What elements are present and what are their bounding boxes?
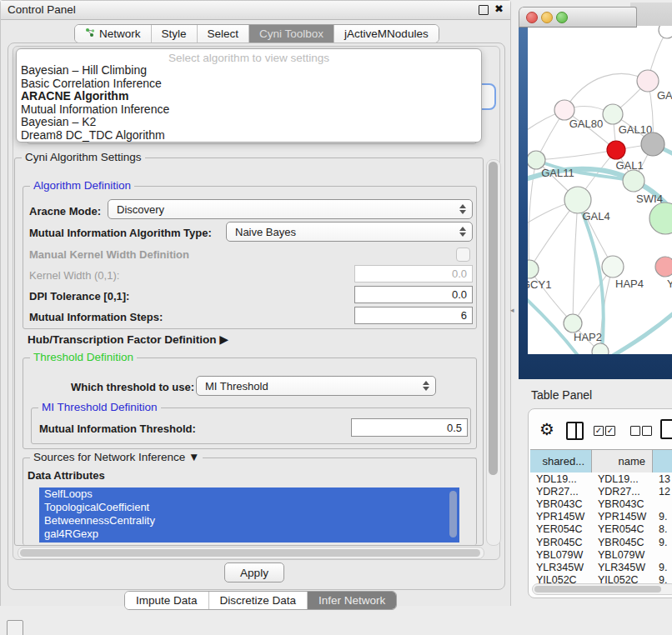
network-node[interactable] xyxy=(592,343,609,354)
attribute-item-selfloops[interactable]: SelfLoops xyxy=(39,488,459,501)
network-node-hap2[interactable] xyxy=(564,314,582,332)
table-cell: YDL19... xyxy=(592,473,653,485)
algorithm-option-aracne-algorithm[interactable]: ARACNE Algorithm xyxy=(17,90,481,103)
checked-checkbox-icon[interactable]: ✓ xyxy=(605,426,615,436)
checked-checkbox-icon[interactable]: ✓ xyxy=(594,426,604,436)
algorithm-dropdown-popup: Select algorithm to view settings Bayesi… xyxy=(16,48,482,142)
network-canvas[interactable]: GALGAL80GAL10GAL1GAL11GAL4SWI4GCY1HAP4YH… xyxy=(528,26,672,354)
split-pane-handle[interactable]: ◂ xyxy=(510,306,514,314)
zoom-traffic-light-icon[interactable] xyxy=(556,12,568,23)
network-icon xyxy=(85,28,95,40)
cyni-algorithm-settings-title: Cyni Algorithm Settings xyxy=(22,151,145,163)
table-row[interactable]: YDR27...YDR27...12 xyxy=(530,485,672,498)
manual-kernel-width-checkbox[interactable] xyxy=(456,248,470,262)
sources-title[interactable]: Sources for Network Inference ▼ xyxy=(30,451,203,463)
network-node-gal10[interactable] xyxy=(603,104,623,124)
network-node[interactable] xyxy=(607,141,625,159)
network-edge[interactable] xyxy=(536,150,616,160)
network-node-swi4[interactable] xyxy=(649,202,672,234)
unchecked-checkbox-icon[interactable] xyxy=(630,426,640,436)
tab-impute-data[interactable]: Impute Data xyxy=(125,592,209,609)
document-icon[interactable] xyxy=(660,419,672,439)
tab-select[interactable]: Select xyxy=(198,25,250,42)
combo-arrows-icon xyxy=(459,227,466,237)
aracne-mode-value: Discovery xyxy=(117,203,164,216)
settings-vertical-scrollbar[interactable] xyxy=(486,159,501,546)
kernel-width-field[interactable]: 0.0 xyxy=(354,265,473,282)
table-row[interactable]: YPR145WYPR145W9. xyxy=(530,511,672,523)
tab-jactivemnodules[interactable]: jActiveMNodules xyxy=(334,25,439,42)
unchecked-checkbox-icon[interactable] xyxy=(642,426,652,436)
which-threshold-combo[interactable]: MI Threshold xyxy=(196,376,436,396)
dpi-tolerance-field[interactable]: 0.0 xyxy=(354,286,473,303)
network-edge[interactable] xyxy=(529,269,573,323)
table-horizontal-scrollbar[interactable] xyxy=(532,583,672,595)
network-edge[interactable] xyxy=(564,73,648,110)
algorithm-option-basic-correlation-inference[interactable]: Basic Correlation Inference xyxy=(17,78,481,91)
column-header-name[interactable]: name xyxy=(592,450,653,472)
network-node[interactable] xyxy=(659,26,672,38)
list-scrollbar-thumb[interactable] xyxy=(449,491,457,538)
kernel-width-value: 0.0 xyxy=(452,268,467,280)
tab-discretize-data[interactable]: Discretize Data xyxy=(209,592,308,609)
attribute-item-topologicalcoefficient[interactable]: TopologicalCoefficient xyxy=(39,501,459,514)
which-threshold-value: MI Threshold xyxy=(205,380,268,392)
mi-steps-field[interactable]: 6 xyxy=(354,307,473,324)
tab-network[interactable]: Network xyxy=(75,25,152,42)
settings-vertical-scrollbar-thumb[interactable] xyxy=(489,162,498,475)
network-node-gal1[interactable] xyxy=(623,170,644,192)
threshold-definition-title: Threshold Definition xyxy=(30,351,137,363)
settings-horizontal-scrollbar[interactable] xyxy=(18,547,484,559)
table-horizontal-scrollbar-thumb[interactable] xyxy=(534,586,661,592)
minimize-traffic-light-icon[interactable] xyxy=(541,12,553,23)
apply-button[interactable]: Apply xyxy=(224,562,284,582)
attribute-item-betweennesscentrality[interactable]: BetweennessCentrality xyxy=(39,514,459,528)
algorithm-dropdown-items: Bayesian – Hill ClimbingBasic Correlatio… xyxy=(17,64,481,142)
mi-threshold-field[interactable]: 0.5 xyxy=(351,418,468,437)
tab-infer-network[interactable]: Infer Network xyxy=(308,592,396,609)
settings-horizontal-scrollbar-thumb[interactable] xyxy=(20,549,480,557)
tab-style[interactable]: Style xyxy=(152,25,198,42)
mi-algorithm-type-combo[interactable]: Naive Bayes xyxy=(226,222,473,242)
minimized-panel-icon[interactable] xyxy=(7,620,23,635)
screen: { "control_panel": { "title": "Control P… xyxy=(0,0,672,635)
table-panel-title: Table Panel xyxy=(531,388,592,402)
data-attributes-list[interactable]: SelfLoopsTopologicalCoefficientBetweenne… xyxy=(39,488,459,542)
network-graph: GALGAL80GAL10GAL1GAL11GAL4SWI4GCY1HAP4YH… xyxy=(528,26,672,354)
network-node-y[interactable] xyxy=(655,257,672,277)
algorithm-option-bayesian-k2[interactable]: Bayesian – K2 xyxy=(17,116,481,129)
table-row[interactable]: YDL19...YDL19...13 xyxy=(530,472,672,485)
algorithm-option-bayesian-hill-climbing[interactable]: Bayesian – Hill Climbing xyxy=(17,64,481,78)
node-label: Y xyxy=(667,278,672,290)
mi-threshold-definition-title: MI Threshold Definition xyxy=(38,401,161,413)
mi-steps-label: Mutual Information Steps: xyxy=(29,311,163,323)
column-header-shared[interactable]: shared... xyxy=(530,450,592,472)
column-header-3[interactable] xyxy=(653,450,672,472)
algorithm-option-mutual-information-inference[interactable]: Mutual Information Inference xyxy=(17,103,481,117)
aracne-mode-combo[interactable]: Discovery xyxy=(108,199,473,219)
columns-icon[interactable] xyxy=(566,422,584,440)
attribute-item-gal4rgexp[interactable]: gal4RGexp xyxy=(39,528,459,541)
gear-icon[interactable]: ⚙ xyxy=(539,421,554,438)
network-node-hap4[interactable] xyxy=(602,256,624,278)
tab-label: Network xyxy=(99,28,141,40)
network-window-titlebar[interactable] xyxy=(519,7,637,28)
network-node-gcy1[interactable] xyxy=(528,260,539,278)
table-row[interactable]: YBR045CYBR045C9. xyxy=(530,536,672,548)
network-edge[interactable] xyxy=(573,200,578,323)
table-row[interactable]: YBR043CYBR043C xyxy=(530,498,672,510)
network-node-gal[interactable] xyxy=(637,70,659,92)
network-edge-thick[interactable] xyxy=(604,306,672,354)
float-window-icon[interactable] xyxy=(479,5,489,15)
table-cell: YDL19... xyxy=(530,473,592,485)
tab-cyni-toolbox[interactable]: Cyni Toolbox xyxy=(249,25,334,42)
close-traffic-light-icon[interactable] xyxy=(526,12,538,23)
close-icon[interactable]: ✖ xyxy=(494,2,504,15)
hub-definition-toggle[interactable]: Hub/Transcription Factor Definition ▶ xyxy=(28,332,228,346)
algorithm-option-dream8-dc-tdc-algorithm[interactable]: Dream8 DC_TDC Algorithm xyxy=(17,129,481,142)
table-row[interactable]: YLR345WYLR345W9. xyxy=(530,561,672,573)
dpi-tolerance-value: 0.0 xyxy=(452,288,467,301)
network-node[interactable] xyxy=(641,132,664,156)
table-row[interactable]: YER054CYER054C8. xyxy=(530,523,672,536)
table-row[interactable]: YBL079WYBL079W xyxy=(530,548,672,561)
